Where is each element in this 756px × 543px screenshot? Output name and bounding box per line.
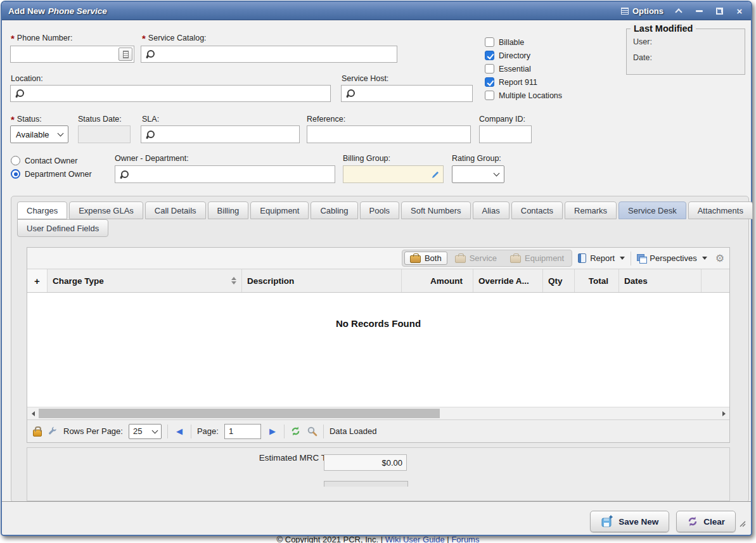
directory-checkbox-row[interactable]: Directory	[485, 51, 530, 60]
arrow-left-icon	[32, 411, 35, 416]
chevron-up-icon	[675, 8, 682, 15]
report-911-checkbox-row[interactable]: Report 911	[485, 77, 537, 87]
sla-input[interactable]	[141, 125, 300, 143]
billing-group-label: Billing Group:	[343, 154, 390, 163]
toolbox-icon	[410, 255, 421, 263]
tab-soft-numbers[interactable]: Soft Numbers	[401, 201, 470, 219]
options-button[interactable]: Options	[621, 6, 663, 16]
page-number-input[interactable]: 1	[224, 424, 261, 439]
contact-owner-radio[interactable]: Contact Owner	[11, 156, 77, 165]
radio-icon[interactable]	[11, 156, 20, 165]
previous-page-button[interactable]: ◀	[174, 426, 185, 436]
grid-body: No Records Found	[27, 293, 729, 407]
tab-pools[interactable]: Pools	[360, 201, 400, 219]
grid-pager: Rows Per Page: 25 ◀ Page: 1 ▶ Data Loade…	[27, 419, 729, 442]
save-new-button[interactable]: Save New	[590, 511, 669, 532]
pager-divider	[284, 425, 285, 438]
checkbox-icon[interactable]	[485, 91, 494, 100]
tab-attachments[interactable]: Attachments	[688, 201, 753, 219]
tab-charges[interactable]: Charges	[17, 201, 67, 219]
multiple-locations-checkbox-row[interactable]: Multiple Locations	[485, 91, 562, 100]
magnifier-icon[interactable]	[307, 426, 317, 437]
checkbox-icon[interactable]	[485, 37, 494, 47]
caret-down-icon	[702, 257, 707, 260]
status-date-input	[78, 125, 131, 143]
dialog-footer: Save New Clear	[2, 501, 751, 535]
checkbox-icon[interactable]	[485, 51, 494, 60]
column-header-total[interactable]: Total	[575, 269, 619, 292]
essential-checkbox-row[interactable]: Essential	[485, 64, 531, 73]
reference-input[interactable]	[307, 125, 471, 143]
rating-group-select[interactable]	[452, 165, 504, 183]
pager-divider	[323, 425, 324, 438]
scroll-right-button[interactable]	[719, 409, 729, 419]
collapse-button[interactable]	[674, 6, 684, 16]
rows-per-page-select[interactable]: 25	[129, 424, 162, 439]
dialog-titlebar[interactable]: Add NewPhone Service Options ×	[2, 2, 751, 20]
pager-status: Data Loaded	[330, 426, 376, 436]
tab-billing[interactable]: Billing	[208, 201, 249, 219]
service-catalog-input[interactable]	[141, 46, 397, 63]
owner-department-input[interactable]	[115, 165, 335, 183]
phone-lookup-button[interactable]	[119, 48, 132, 61]
tab-alias[interactable]: Alias	[473, 201, 509, 219]
page: © Copyright 2021 PCR, Inc. | Wiki User G…	[0, 0, 756, 543]
column-header-charge-type[interactable]: Charge Type	[48, 269, 242, 292]
perspectives-menu-button[interactable]: Perspectives	[637, 253, 707, 263]
service-host-input[interactable]	[341, 85, 473, 102]
report-menu-button[interactable]: Report	[578, 253, 625, 263]
view-equipment-button[interactable]: Equipment	[504, 252, 570, 265]
status-select[interactable]: Available	[10, 125, 68, 143]
phone-number-input[interactable]	[10, 46, 134, 63]
tab-cabling[interactable]: Cabling	[311, 201, 357, 219]
scroll-left-button[interactable]	[28, 409, 38, 419]
billable-checkbox-row[interactable]: Billable	[485, 37, 524, 47]
scrollbar-thumb[interactable]	[39, 409, 440, 418]
tab-call-details[interactable]: Call Details	[145, 201, 206, 219]
view-service-button[interactable]: Service	[449, 252, 503, 265]
billing-group-input[interactable]	[343, 165, 444, 183]
location-input[interactable]	[10, 85, 331, 102]
horizontal-scrollbar[interactable]	[27, 407, 729, 419]
toolbar-divider	[631, 252, 631, 265]
refresh-icon[interactable]	[290, 426, 301, 437]
lock-icon[interactable]	[33, 430, 42, 437]
next-page-button[interactable]: ▶	[267, 426, 278, 436]
sort-icon[interactable]	[231, 277, 236, 284]
tab-remarks[interactable]: Remarks	[565, 201, 617, 219]
search-icon	[145, 130, 154, 139]
radio-icon[interactable]	[11, 169, 20, 179]
chevron-down-icon	[494, 170, 500, 177]
column-header-override-amount[interactable]: Override A...	[473, 269, 543, 292]
tab-contacts[interactable]: Contacts	[511, 201, 563, 219]
minimize-button[interactable]	[694, 6, 704, 16]
tab-equipment[interactable]: Equipment	[250, 201, 309, 219]
clear-button[interactable]: Clear	[676, 511, 736, 532]
close-button[interactable]: ×	[734, 6, 745, 16]
column-header-amount[interactable]: Amount	[402, 269, 473, 292]
pencil-icon[interactable]	[431, 170, 439, 179]
pager-divider	[167, 425, 168, 438]
popout-button[interactable]	[714, 6, 724, 16]
last-modified-user: User:	[633, 37, 738, 46]
checkbox-icon[interactable]	[485, 77, 494, 87]
department-owner-radio[interactable]: Department Owner	[11, 169, 92, 179]
company-id-input[interactable]	[479, 125, 532, 143]
resize-handle[interactable]	[736, 517, 746, 527]
charges-grid: Both Service Equipment Report	[27, 247, 730, 443]
search-icon	[15, 89, 23, 98]
tab-expense-glas[interactable]: Expense GLAs	[69, 201, 143, 219]
column-header-qty[interactable]: Qty	[543, 269, 575, 292]
dialog-title: Add NewPhone Service	[8, 6, 107, 16]
view-both-button[interactable]: Both	[404, 252, 447, 265]
wrench-icon[interactable]	[48, 426, 58, 437]
add-row-header[interactable]: +	[27, 269, 48, 292]
close-icon: ×	[737, 6, 743, 16]
tab-service-desk[interactable]: Service Desk	[618, 201, 686, 219]
tab-user-defined-fields[interactable]: User Defined Fields	[17, 219, 108, 237]
service-host-label: Service Host:	[342, 74, 388, 83]
gear-icon[interactable]: ⚙	[715, 253, 724, 264]
checkbox-icon[interactable]	[485, 64, 494, 73]
column-header-description[interactable]: Description	[242, 269, 402, 292]
column-header-dates[interactable]: Dates	[619, 269, 702, 292]
